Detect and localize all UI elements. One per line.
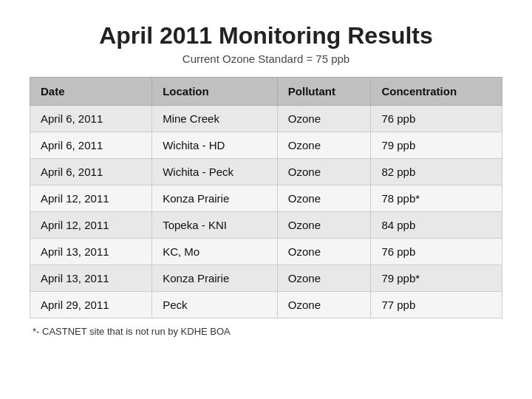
- table-cell-2-0: April 6, 2011: [30, 159, 152, 185]
- page-subtitle: Current Ozone Standard = 75 ppb: [183, 52, 349, 65]
- table-cell-1-1: Wichita - HD: [152, 132, 278, 159]
- table-cell-5-1: KC, Mo: [152, 239, 278, 265]
- monitoring-table: Date Location Pollutant Concentration Ap…: [30, 77, 502, 318]
- table-cell-0-1: Mine Creek: [152, 106, 278, 132]
- footnote: *- CASTNET site that is not run by KDHE …: [33, 326, 231, 337]
- table-cell-7-3: 77 ppb: [371, 292, 502, 318]
- table-cell-7-1: Peck: [152, 292, 278, 318]
- col-header-location: Location: [152, 78, 278, 106]
- table-cell-3-1: Konza Prairie: [152, 185, 278, 212]
- table-row: April 29, 2011PeckOzone77 ppb: [30, 292, 502, 318]
- table-row: April 12, 2011Konza PrairieOzone78 ppb*: [30, 185, 502, 212]
- table-cell-2-1: Wichita - Peck: [152, 159, 278, 185]
- table-cell-6-0: April 13, 2011: [30, 265, 152, 292]
- table-cell-4-2: Ozone: [277, 212, 371, 239]
- table-cell-3-0: April 12, 2011: [30, 185, 152, 212]
- table-cell-6-3: 79 ppb*: [371, 265, 502, 292]
- table-row: April 6, 2011Wichita - PeckOzone82 ppb: [30, 159, 502, 185]
- table-cell-0-3: 76 ppb: [371, 106, 502, 132]
- table-cell-1-3: 79 ppb: [371, 132, 502, 159]
- table-cell-4-3: 84 ppb: [371, 212, 502, 239]
- table-cell-3-2: Ozone: [277, 185, 371, 212]
- table-cell-2-3: 82 ppb: [371, 159, 502, 185]
- table-cell-4-0: April 12, 2011: [30, 212, 152, 239]
- table-cell-3-3: 78 ppb*: [371, 185, 502, 212]
- table-cell-5-3: 76 ppb: [371, 239, 502, 265]
- col-header-date: Date: [30, 78, 152, 106]
- table-row: April 12, 2011Topeka - KNIOzone84 ppb: [30, 212, 502, 239]
- table-cell-4-1: Topeka - KNI: [152, 212, 278, 239]
- table-row: April 13, 2011KC, MoOzone76 ppb: [30, 239, 502, 265]
- table-cell-6-1: Konza Prairie: [152, 265, 278, 292]
- table-cell-6-2: Ozone: [277, 265, 371, 292]
- table-cell-5-2: Ozone: [277, 239, 371, 265]
- table-row: April 6, 2011Mine CreekOzone76 ppb: [30, 106, 502, 132]
- page-title: April 2011 Monitoring Results: [99, 22, 433, 50]
- table-cell-1-0: April 6, 2011: [30, 132, 152, 159]
- table-cell-7-0: April 29, 2011: [30, 292, 152, 318]
- table-header-row: Date Location Pollutant Concentration: [30, 78, 502, 106]
- col-header-pollutant: Pollutant: [277, 78, 371, 106]
- table-cell-0-2: Ozone: [277, 106, 371, 132]
- table-cell-0-0: April 6, 2011: [30, 106, 152, 132]
- table-cell-2-2: Ozone: [277, 159, 371, 185]
- table-row: April 13, 2011Konza PrairieOzone79 ppb*: [30, 265, 502, 292]
- col-header-concentration: Concentration: [371, 78, 502, 106]
- table-cell-1-2: Ozone: [277, 132, 371, 159]
- table-row: April 6, 2011Wichita - HDOzone79 ppb: [30, 132, 502, 159]
- table-cell-5-0: April 13, 2011: [30, 239, 152, 265]
- table-cell-7-2: Ozone: [277, 292, 371, 318]
